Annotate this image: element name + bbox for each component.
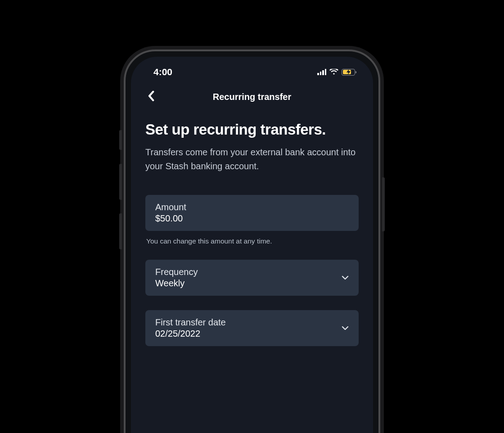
page-heading: Set up recurring transfers. (145, 121, 359, 138)
chevron-down-icon (342, 324, 349, 332)
battery-charging-icon (342, 69, 355, 76)
status-time: 4:00 (153, 67, 172, 77)
chevron-left-icon (147, 90, 155, 101)
amount-field[interactable]: Amount $50.00 (145, 195, 359, 231)
frequency-value: Weekly (155, 278, 198, 289)
back-button[interactable] (144, 89, 158, 103)
first-transfer-date-label: First transfer date (155, 317, 226, 328)
content: Set up recurring transfers. Transfers co… (131, 108, 373, 346)
status-right (317, 69, 355, 76)
nav-title: Recurring transfer (213, 92, 292, 102)
amount-value: $50.00 (155, 213, 186, 224)
field-group: Amount $50.00 You can change this amount… (145, 195, 359, 346)
first-transfer-date-value: 02/25/2022 (155, 329, 226, 339)
nav-bar: Recurring transfer (131, 80, 373, 108)
status-bar: 4:00 (131, 57, 373, 80)
phone-screen: 4:00 (131, 57, 373, 433)
frequency-label: Frequency (155, 267, 198, 277)
phone-frame: 4:00 (124, 50, 380, 433)
amount-label: Amount (155, 202, 186, 212)
phone-power-button (382, 177, 385, 231)
amount-helper-text: You can change this amount at any time. (146, 237, 359, 245)
first-transfer-date-field[interactable]: First transfer date 02/25/2022 (145, 310, 359, 346)
phone-side-button (119, 213, 122, 249)
frequency-field[interactable]: Frequency Weekly (145, 260, 359, 296)
cellular-signal-icon (317, 69, 326, 75)
wifi-icon (329, 69, 338, 75)
page-subheading: Transfers come from your external bank a… (145, 145, 359, 173)
chevron-down-icon (342, 274, 349, 282)
